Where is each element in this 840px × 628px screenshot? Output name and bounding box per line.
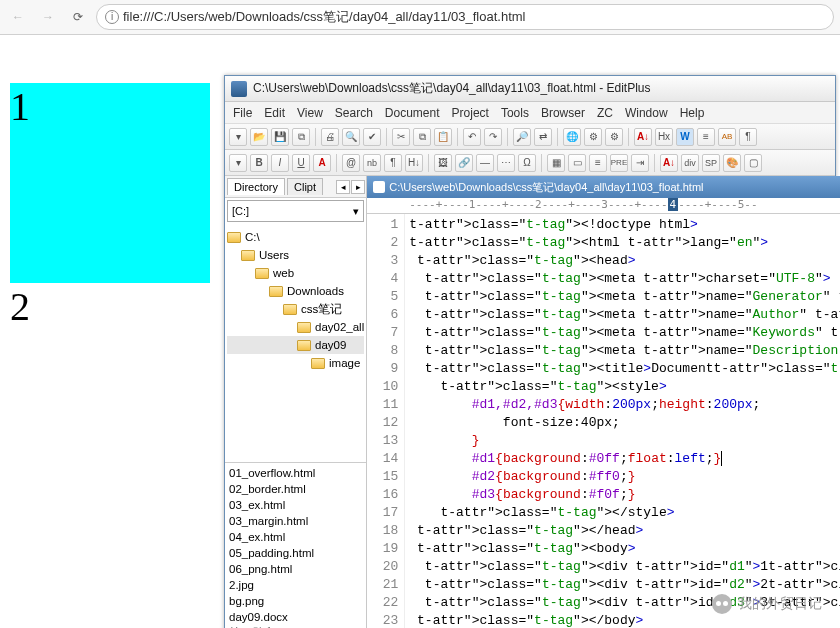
html-new-icon[interactable]: ▾ xyxy=(229,154,247,172)
char-icon[interactable]: Ω xyxy=(518,154,536,172)
indent-icon[interactable]: ⇥ xyxy=(631,154,649,172)
tab-scroll-right-icon[interactable]: ▸ xyxy=(351,180,365,194)
file-item[interactable]: 04_ex.html xyxy=(229,529,362,545)
replace-icon[interactable]: ⇄ xyxy=(534,128,552,146)
new-icon[interactable]: ▾ xyxy=(229,128,247,146)
font-a2-icon[interactable]: A↓ xyxy=(660,154,678,172)
preview-icon[interactable]: 🔍 xyxy=(342,128,360,146)
table-icon[interactable]: ▦ xyxy=(547,154,565,172)
toolbar-1: ▾ 📂 💾 ⧉ 🖨 🔍 ✔ ✂ ⧉ 📋 ↶ ↷ 🔎 ⇄ 🌐 ⚙ ⚙ A↓ Hx xyxy=(225,124,835,150)
directory-tabs: Directory Clipt ◂ ▸ xyxy=(225,176,366,198)
paste-icon[interactable]: 📋 xyxy=(434,128,452,146)
file-item[interactable]: 2.jpg xyxy=(229,577,362,593)
find-icon[interactable]: 🔎 xyxy=(513,128,531,146)
link-icon[interactable]: 🔗 xyxy=(455,154,473,172)
hex-icon[interactable]: Hx xyxy=(655,128,673,146)
folder-node[interactable]: day02_all xyxy=(227,318,364,336)
redo-icon[interactable]: ↷ xyxy=(484,128,502,146)
copy-icon[interactable]: ⧉ xyxy=(413,128,431,146)
folder-node[interactable]: Downloads xyxy=(227,282,364,300)
menu-zc[interactable]: ZC xyxy=(597,106,613,120)
pal-icon[interactable]: 🎨 xyxy=(723,154,741,172)
para2-icon[interactable]: ¶ xyxy=(384,154,402,172)
source-code[interactable]: t-attr">class="t-tag"><!doctype html>t-a… xyxy=(405,214,840,628)
form-icon[interactable]: ▭ xyxy=(568,154,586,172)
nav-forward-button[interactable]: → xyxy=(36,5,60,29)
folder-tree[interactable]: C:\UserswebDownloadscss笔记day02_allday09i… xyxy=(225,224,366,462)
para-icon[interactable]: ¶ xyxy=(739,128,757,146)
pre-icon[interactable]: PRE xyxy=(610,154,628,172)
tab-scroll-left-icon[interactable]: ◂ xyxy=(336,180,350,194)
anchor-icon[interactable]: @ xyxy=(342,154,360,172)
italic-icon[interactable]: I xyxy=(271,154,289,172)
folder-node[interactable]: web xyxy=(227,264,364,282)
nb-icon[interactable]: nb xyxy=(363,154,381,172)
menu-tools[interactable]: Tools xyxy=(501,106,529,120)
drive-selector[interactable]: [C:] ▾ xyxy=(227,200,364,222)
comment-icon[interactable]: ⋯ xyxy=(497,154,515,172)
menu-help[interactable]: Help xyxy=(680,106,705,120)
address-bar[interactable]: i file:///C:/Users/web/Downloads/css笔记/d… xyxy=(96,4,834,30)
nav-reload-button[interactable]: ⟳ xyxy=(66,5,90,29)
menu-window[interactable]: Window xyxy=(625,106,668,120)
editor-tab[interactable]: C:\Users\web\Downloads\css笔记\day04_all\d… xyxy=(367,176,840,198)
wordwrap-icon[interactable]: W xyxy=(676,128,694,146)
tab-cliptext[interactable]: Clipt xyxy=(287,178,323,195)
folder-icon xyxy=(269,286,283,297)
list-icon[interactable]: ≡ xyxy=(589,154,607,172)
browser-toolbar: ← → ⟳ i file:///C:/Users/web/Downloads/c… xyxy=(0,0,840,35)
img-icon[interactable]: 🖼 xyxy=(434,154,452,172)
fontcolor-icon[interactable]: A xyxy=(313,154,331,172)
tool2-icon[interactable]: ⚙ xyxy=(605,128,623,146)
underline-icon[interactable]: U xyxy=(292,154,310,172)
save-icon[interactable]: 💾 xyxy=(271,128,289,146)
folder-node[interactable]: css笔记 xyxy=(227,300,364,318)
watermark: 我的外贸日记 xyxy=(712,594,822,614)
menu-search[interactable]: Search xyxy=(335,106,373,120)
window-titlebar[interactable]: C:\Users\web\Downloads\css笔记\day04_all\d… xyxy=(225,76,835,102)
menu-file[interactable]: File xyxy=(233,106,252,120)
bold-icon[interactable]: B xyxy=(250,154,268,172)
folder-node[interactable]: image xyxy=(227,354,364,372)
editor-area: C:\Users\web\Downloads\css笔记\day04_all\d… xyxy=(367,176,840,628)
folder-icon xyxy=(311,358,325,369)
file-item[interactable]: 01_overflow.html xyxy=(229,465,362,481)
folder-icon xyxy=(255,268,269,279)
nav-back-button[interactable]: ← xyxy=(6,5,30,29)
file-item[interactable]: 03_ex.html xyxy=(229,497,362,513)
spell-icon[interactable]: ✔ xyxy=(363,128,381,146)
tab-directory[interactable]: Directory xyxy=(227,178,285,195)
menu-edit[interactable]: Edit xyxy=(264,106,285,120)
file-item[interactable]: bg.png xyxy=(229,593,362,609)
heading-icon[interactable]: H↓ xyxy=(405,154,423,172)
folder-node[interactable]: C:\ xyxy=(227,228,364,246)
folder-node[interactable]: Users xyxy=(227,246,364,264)
file-item[interactable]: 05_padding.html xyxy=(229,545,362,561)
file-item[interactable]: 02_border.html xyxy=(229,481,362,497)
cut-icon[interactable]: ✂ xyxy=(392,128,410,146)
undo-icon[interactable]: ↶ xyxy=(463,128,481,146)
menu-view[interactable]: View xyxy=(297,106,323,120)
file-list[interactable]: 01_overflow.html02_border.html03_ex.html… xyxy=(225,462,366,628)
saveall-icon[interactable]: ⧉ xyxy=(292,128,310,146)
file-item[interactable]: 06_png.html xyxy=(229,561,362,577)
abcd-icon[interactable]: AB xyxy=(718,128,736,146)
menu-browser[interactable]: Browser xyxy=(541,106,585,120)
more-icon[interactable]: ▢ xyxy=(744,154,762,172)
open-icon[interactable]: 📂 xyxy=(250,128,268,146)
file-item[interactable]: day09.docx xyxy=(229,609,362,625)
browser-icon[interactable]: 🌐 xyxy=(563,128,581,146)
folder-node[interactable]: day09 xyxy=(227,336,364,354)
file-item[interactable]: 03_margin.html xyxy=(229,513,362,529)
info-icon: i xyxy=(105,10,119,24)
menu-document[interactable]: Document xyxy=(385,106,440,120)
print-icon[interactable]: 🖨 xyxy=(321,128,339,146)
sp-icon[interactable]: SP xyxy=(702,154,720,172)
code-editor[interactable]: 123456789101112131415161718192021222324 … xyxy=(367,214,840,628)
div-icon[interactable]: div xyxy=(681,154,699,172)
menu-project[interactable]: Project xyxy=(452,106,489,120)
font-a-icon[interactable]: A↓ xyxy=(634,128,652,146)
tool-icon[interactable]: ⚙ xyxy=(584,128,602,146)
lines-icon[interactable]: ≡ xyxy=(697,128,715,146)
hr-icon[interactable]: — xyxy=(476,154,494,172)
